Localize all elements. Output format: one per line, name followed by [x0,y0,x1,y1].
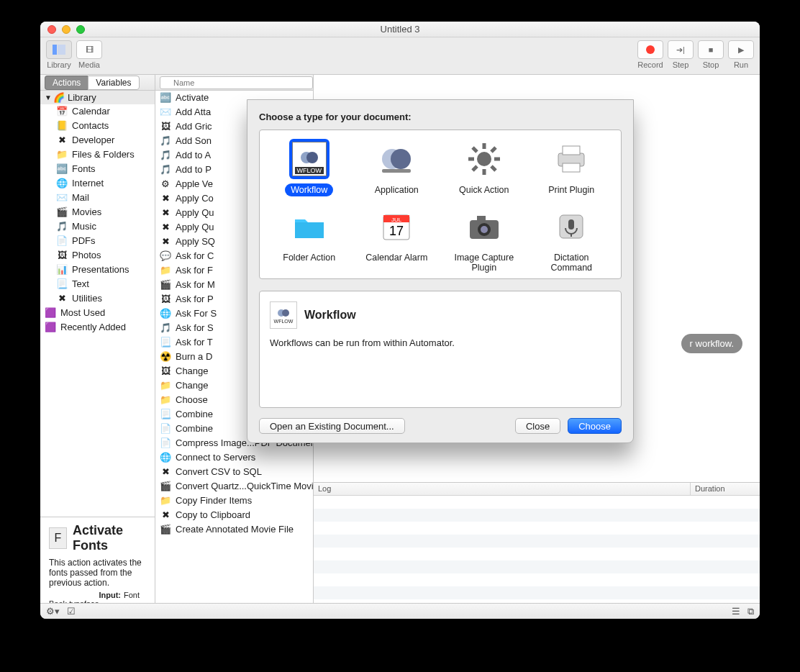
tab-variables[interactable]: Variables [88,76,139,90]
svg-rect-29 [568,219,574,230]
action-icon: 📄 [160,437,171,449]
library-category-item[interactable]: ✖︎Developer [40,133,155,147]
library-category-item[interactable]: 🎵Music [40,219,155,234]
action-list-item[interactable]: ✖︎Copy to Clipboard [155,508,313,522]
category-label: Contacts [72,119,109,132]
doc-type-image-capture[interactable]: Image Capture Plugin [440,206,528,274]
view-flow-icon[interactable]: ⧉ [747,606,754,617]
action-label: Convert CSV to SQL [176,466,262,478]
library-category-item[interactable]: 📃Text [40,277,155,291]
action-label: Combine [176,408,213,421]
library-category-item[interactable]: 📅Calendar [40,104,155,119]
doc-type-print-plugin[interactable]: Print Plugin [528,139,616,196]
toolbar-label: Run [734,60,748,69]
selected-type-title: Workflow [304,309,356,322]
library-category-item[interactable]: 🖼Photos [40,248,155,263]
view-list-icon[interactable]: ☰ [732,606,740,617]
category-icon: 🖼 [56,250,68,261]
action-label: Apply Qu [176,221,214,234]
category-icon: 🌐 [56,178,68,189]
category-label: PDFs [72,235,96,248]
log-col-log[interactable]: Log [314,483,691,495]
sheet-prompt: Choose a type for your document: [259,112,622,122]
action-icon: 🖼 [160,121,171,132]
action-label: Connect to Servers [176,451,255,464]
action-list-item[interactable]: 📁Copy Finder Items [155,494,313,508]
log-col-duration[interactable]: Duration [691,483,760,495]
category-icon: 📄 [56,235,68,247]
run-button[interactable]: ▶ Run [728,40,754,69]
library-category-item[interactable]: 📊Presentations [40,263,155,277]
log-toggle-icon[interactable]: ☑︎ [67,606,76,617]
library-category-item[interactable]: 📁Files & Folders [40,147,155,162]
search-input[interactable] [160,76,313,89]
library-header[interactable]: ▼ 🌈 Library [40,91,155,104]
doc-type-dictation[interactable]: Dictation Command [528,206,616,274]
doc-type-label: Workflow [285,183,333,196]
library-category-item[interactable]: ✖︎Utilities [40,291,155,306]
category-icon: 📅 [56,106,68,117]
library-category-item[interactable]: 🌐Internet [40,176,155,191]
disclosure-triangle-icon[interactable]: ▼ [45,94,52,101]
action-icon: 🖼 [160,365,171,377]
type-description-box: WFLOW Workflow Workflows can be run from… [259,291,622,408]
library-category-item[interactable]: ✉️Mail [40,191,155,205]
doc-type-calendar-alarm[interactable]: JUL17Calendar Alarm [353,206,441,274]
action-list-item[interactable]: 🌐Connect to Servers [155,450,313,465]
action-label: Add to A [176,149,211,162]
library-smart-item[interactable]: 🟪Most Used [40,306,155,320]
category-icon: 🔤 [56,163,68,175]
action-icon: 📁 [160,394,171,406]
library-smart-item[interactable]: 🟪Recently Added [40,320,155,335]
svg-rect-0 [53,45,57,55]
doc-type-folder-action[interactable]: Folder Action [265,206,353,274]
action-icon: 💬 [160,250,171,262]
log-pane: Log Duration [314,482,760,603]
action-label: Choose [176,394,208,407]
action-list-item[interactable]: 🎬Create Annotated Movie File [155,522,313,537]
action-icon: 🖼 [160,294,171,305]
gear-menu-icon[interactable]: ⚙︎▾ [46,606,60,617]
record-button[interactable]: Record [637,40,663,69]
category-icon: 📁 [56,149,68,160]
svg-rect-18 [563,163,580,172]
action-icon: ✖︎ [160,193,171,204]
action-icon: 📃 [160,337,171,348]
action-icon: ✖︎ [160,236,171,248]
action-label: Change [176,379,209,392]
workflow-hint-bubble: r workflow. [681,334,742,353]
library-category-item[interactable]: 🔤Fonts [40,162,155,176]
choose-button[interactable]: Choose [568,418,622,434]
action-label: Ask for F [176,264,213,277]
doc-type-label: Application [369,183,424,196]
doc-type-workflow[interactable]: WFLOWWorkflow [265,139,353,196]
library-category-item[interactable]: 📒Contacts [40,119,155,133]
action-label: Copy Finder Items [176,494,252,507]
tab-actions[interactable]: Actions [45,76,88,90]
stop-button[interactable]: ■ Stop [698,40,724,69]
doc-type-label: Print Plugin [542,183,600,196]
category-label: Internet [72,177,104,190]
open-existing-button[interactable]: Open an Existing Document... [259,418,405,434]
action-list-item[interactable]: ✖︎Convert CSV to SQL [155,465,313,479]
library-toggle-button[interactable]: Library [46,40,72,69]
action-icon: 🎵 [160,322,171,334]
library-category-item[interactable]: 🎬Movies [40,205,155,219]
action-icon: 🔤 [160,92,171,104]
action-label: Ask for P [176,293,214,306]
action-list-item[interactable]: 🎬Convert Quartz...QuickTime Movies [155,479,313,494]
media-button[interactable]: 🎞 Media [76,40,102,69]
step-button[interactable]: ➔| Step [668,40,694,69]
library-category-item[interactable]: 📄PDFs [40,234,155,248]
doc-type-application[interactable]: Application [353,139,441,196]
close-button[interactable]: Close [515,418,560,434]
action-icon: ✖︎ [160,509,171,521]
folder-action-icon [289,206,329,247]
action-label: Add Son [176,135,212,147]
window-title: Untitled 3 [40,24,760,35]
doc-type-quick-action[interactable]: Quick Action [440,139,528,196]
doc-type-label: Dictation Command [528,251,616,274]
action-label: Combine [176,422,213,435]
svg-line-13 [491,166,496,171]
print-plugin-icon [551,139,591,179]
